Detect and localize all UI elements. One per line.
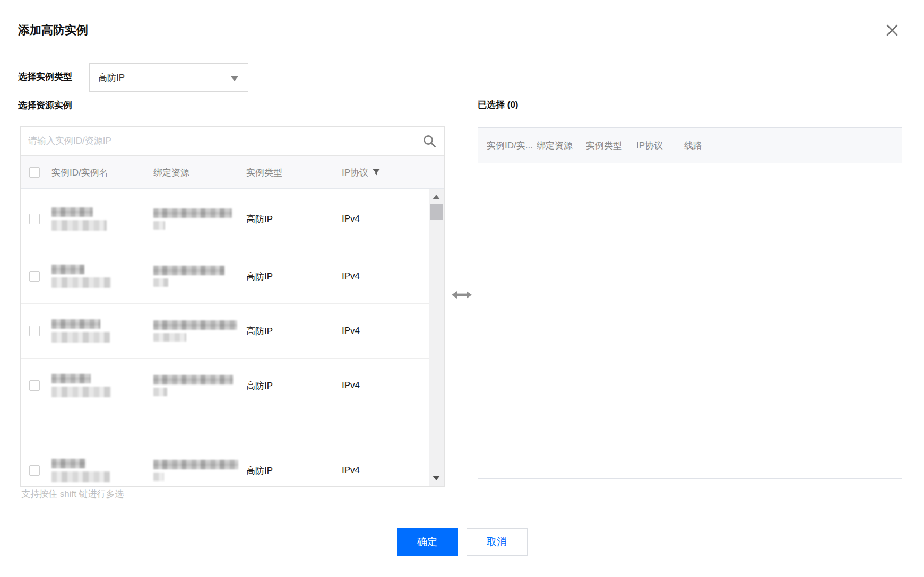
cell-bound-resource — [153, 320, 237, 342]
redacted-text — [51, 277, 111, 288]
cell-bound-resource — [153, 266, 224, 287]
instance-source-panel: 实例ID/实例名 绑定资源 实例类型 IP协议 高防IPIPv4高防IPIPv4… — [20, 126, 445, 487]
redacted-text — [153, 333, 186, 342]
cell-instance-type: 高防IP — [246, 464, 273, 476]
cell-instance-type: 高防IP — [246, 270, 273, 283]
cell-instance-id — [51, 459, 110, 482]
table-header: 实例ID/实例名 绑定资源 实例类型 IP协议 — [21, 156, 444, 189]
row-checkbox[interactable] — [29, 326, 40, 336]
redacted-text — [51, 471, 110, 482]
column-header-bound-resource: 绑定资源 — [153, 166, 189, 178]
table-row[interactable]: 高防IPIPv4 — [21, 189, 444, 249]
cell-ip-protocol: IPv4 — [342, 214, 360, 224]
redacted-text — [153, 208, 232, 218]
selected-column-line: 线路 — [684, 139, 702, 152]
selected-table-body — [478, 163, 902, 478]
instance-type-dropdown[interactable]: 高防IP — [89, 63, 248, 92]
selected-table-header: 实例ID/实... 绑定资源 实例类型 IP协议 线路 — [478, 128, 902, 163]
redacted-text — [153, 320, 237, 330]
instance-type-label: 选择实例类型 — [18, 71, 72, 83]
scroll-down-icon[interactable] — [433, 476, 440, 480]
cell-instance-type: 高防IP — [246, 213, 273, 225]
cell-instance-type: 高防IP — [246, 325, 273, 337]
spacer — [153, 218, 232, 221]
table-row[interactable]: 高防IPIPv4 — [21, 304, 444, 359]
cell-bound-resource — [153, 460, 238, 481]
search-row — [21, 127, 444, 156]
redacted-text — [153, 266, 224, 275]
selected-panel: 实例ID/实... 绑定资源 实例类型 IP协议 线路 — [478, 127, 902, 479]
redacted-text — [51, 207, 93, 217]
table-row[interactable]: 高防IPIPv4 — [21, 359, 444, 413]
transfer-arrow-icon — [452, 290, 472, 300]
multi-select-hint: 支持按住 shift 键进行多选 — [21, 488, 124, 500]
redacted-text — [153, 221, 165, 230]
cell-bound-resource — [153, 375, 233, 396]
column-header-ip-protocol: IP协议 — [342, 166, 380, 178]
redacted-text — [51, 265, 84, 274]
confirm-button[interactable]: 确定 — [397, 528, 458, 556]
row-checkbox[interactable] — [29, 465, 40, 476]
selected-column-instance-type: 实例类型 — [586, 139, 622, 152]
redacted-text — [51, 387, 111, 397]
cell-bound-resource — [153, 208, 232, 230]
spacer — [153, 469, 238, 473]
redacted-text — [51, 332, 110, 343]
selected-count-title: 已选择 (0) — [478, 99, 519, 111]
dialog-title: 添加高防实例 — [18, 22, 88, 38]
table-row[interactable]: 高防IPIPv4 — [21, 249, 444, 304]
cell-instance-type: 高防IP — [246, 380, 273, 392]
redacted-text — [153, 460, 238, 469]
add-instance-dialog: 添加高防实例 选择实例类型 高防IP 选择资源实例 实例ID/实例名 绑定资源 … — [0, 0, 924, 577]
column-header-instance-type: 实例类型 — [246, 166, 282, 178]
search-icon[interactable] — [422, 134, 437, 148]
chevron-down-icon — [231, 76, 238, 81]
cell-ip-protocol: IPv4 — [342, 326, 360, 336]
instance-table-body: 高防IPIPv4高防IPIPv4高防IPIPv4高防IPIPv4高防IPIPv4 — [21, 189, 444, 487]
ip-protocol-header-label: IP协议 — [342, 166, 368, 178]
close-icon[interactable] — [884, 22, 900, 38]
table-row[interactable]: 高防IPIPv4 — [21, 413, 444, 487]
scroll-up-icon[interactable] — [433, 195, 440, 199]
redacted-text — [51, 220, 107, 231]
column-header-instance-id: 实例ID/实例名 — [51, 166, 108, 178]
redacted-text — [153, 388, 167, 396]
cell-ip-protocol: IPv4 — [342, 271, 360, 282]
resource-instance-label: 选择资源实例 — [18, 99, 72, 111]
cell-ip-protocol: IPv4 — [342, 380, 360, 391]
cell-ip-protocol: IPv4 — [342, 465, 360, 476]
select-all-checkbox[interactable] — [29, 167, 40, 178]
redacted-text — [153, 278, 168, 287]
redacted-text — [51, 374, 91, 383]
row-checkbox[interactable] — [29, 380, 40, 391]
redacted-text — [51, 319, 100, 329]
selected-column-bound-resource: 绑定资源 — [537, 139, 573, 152]
cell-instance-id — [51, 207, 107, 231]
redacted-text — [153, 473, 164, 481]
dialog-footer: 确定 取消 — [0, 528, 924, 556]
row-checkbox[interactable] — [29, 214, 40, 224]
cancel-button[interactable]: 取消 — [467, 528, 528, 556]
filter-icon[interactable] — [373, 169, 380, 176]
scrollbar[interactable] — [429, 189, 444, 486]
cell-instance-id — [51, 374, 111, 397]
cell-instance-id — [51, 265, 111, 288]
redacted-text — [51, 459, 85, 468]
selected-column-ip-protocol: IP协议 — [636, 139, 663, 152]
instance-type-value: 高防IP — [98, 72, 125, 84]
scrollbar-thumb[interactable] — [430, 204, 443, 220]
cell-instance-id — [51, 319, 110, 343]
selected-column-instance-id: 实例ID/实... — [487, 139, 533, 152]
search-input[interactable] — [21, 127, 408, 155]
row-checkbox[interactable] — [29, 271, 40, 282]
redacted-text — [153, 375, 233, 384]
